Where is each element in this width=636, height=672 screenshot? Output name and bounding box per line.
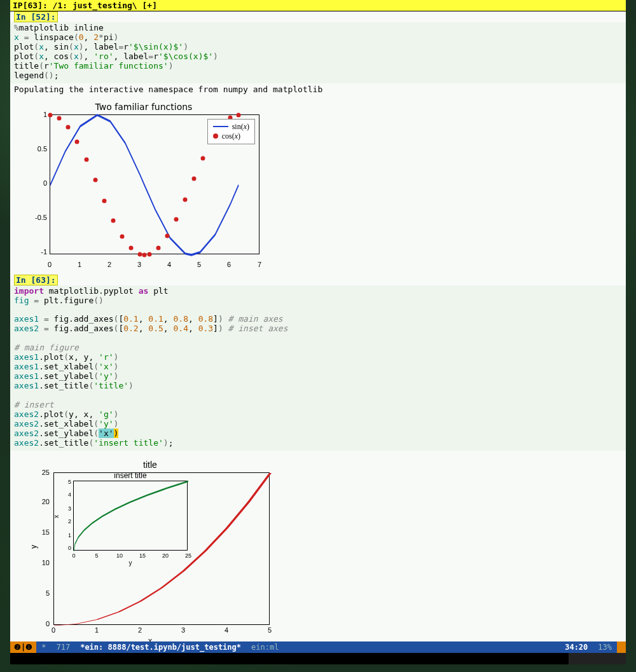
window-titlebar: IP[63]: /1: just_testing\ [+] xyxy=(10,0,626,11)
xtick: 1 xyxy=(95,626,99,634)
cell-prompt: In [63]: xyxy=(14,275,58,285)
svg-point-10 xyxy=(138,252,142,256)
inset-title: insert title xyxy=(74,471,187,480)
modeline-cursor-pos: 34:20 xyxy=(560,643,593,652)
xtick: 7 xyxy=(258,261,261,268)
buffer-content[interactable]: In [52]: %matplotlib inline x = linspace… xyxy=(10,11,626,653)
chart-title-inset: title y 0 5 10 15 20 25 insert title xyxy=(23,460,277,644)
modeline-workspace-badge: ❷|❶ xyxy=(10,641,36,653)
ytick: 0.5 xyxy=(23,145,47,153)
ytick: 1 xyxy=(23,111,47,118)
chart-legend: sin(x) cos(x) xyxy=(207,119,255,144)
xtick: 2 xyxy=(107,261,111,268)
xtick: 0 xyxy=(52,626,55,634)
svg-point-0 xyxy=(48,113,53,117)
echo-area[interactable] xyxy=(10,653,626,664)
svg-point-13 xyxy=(156,245,161,250)
y-axis-label: y xyxy=(29,545,38,549)
inset-xlabel: y xyxy=(74,559,187,566)
xtick: 2 xyxy=(138,626,142,634)
ytick: -0.5 xyxy=(23,214,47,221)
svg-point-15 xyxy=(174,217,179,221)
svg-point-16 xyxy=(183,197,188,202)
ytick: 20 xyxy=(23,498,50,505)
svg-point-14 xyxy=(165,233,170,238)
svg-point-5 xyxy=(93,177,98,182)
svg-point-22 xyxy=(237,113,241,117)
editor-frame: IP[63]: /1: just_testing\ [+] In [52]: %… xyxy=(10,0,626,653)
ytick: 0 xyxy=(23,620,50,627)
chart-two-familiar-functions: Two familiar functions 1 0.5 0 -0.5 -1 xyxy=(23,102,265,267)
ytick: 25 xyxy=(23,469,50,476)
ytick: 0 xyxy=(23,179,47,187)
svg-point-11 xyxy=(142,252,147,257)
cell-prompt: In [52]: xyxy=(14,11,58,22)
cell-output-text: Populating the interactive namespace fro… xyxy=(10,83,626,95)
svg-point-6 xyxy=(102,198,107,203)
inset-plot-box: insert title x 0 1 2 3 4 5 xyxy=(73,481,188,551)
svg-point-8 xyxy=(120,234,125,238)
ytick: 5 xyxy=(23,589,50,597)
xtick: 4 xyxy=(225,626,228,634)
svg-point-4 xyxy=(85,157,89,161)
svg-point-9 xyxy=(129,245,134,250)
svg-point-12 xyxy=(148,252,152,256)
svg-point-2 xyxy=(66,125,71,129)
cell-code-1[interactable]: %matplotlib inline x = linspace(0, 2*pi)… xyxy=(10,22,626,83)
ytick: 10 xyxy=(23,559,50,566)
modeline-buffer-name: *ein: 8888/test.ipynb/just_testing* xyxy=(75,643,246,652)
modeline-line: 717 xyxy=(51,643,75,652)
cell-code-2[interactable]: import matplotlib.pyplot as plt fig = pl… xyxy=(10,285,626,451)
xtick: 5 xyxy=(197,261,201,268)
chart-title: Two familiar functions xyxy=(23,102,265,112)
plot-box: sin(x) cos(x) xyxy=(50,114,259,254)
svg-point-7 xyxy=(111,218,116,223)
xtick: 3 xyxy=(181,626,185,634)
xtick: 1 xyxy=(78,261,81,268)
cell-2: In [63]: import matplotlib.pyplot as plt… xyxy=(10,275,626,648)
inset-ylabel: x xyxy=(53,515,60,518)
inset-green-line xyxy=(74,481,188,551)
svg-point-18 xyxy=(201,156,205,160)
legend-sin: sin(x) xyxy=(232,122,249,132)
xtick: 0 xyxy=(48,261,52,268)
svg-point-3 xyxy=(75,139,80,144)
modeline-modified-star: * xyxy=(36,643,51,652)
chart-title: title xyxy=(23,460,277,470)
svg-point-1 xyxy=(57,116,62,120)
ytick: -1 xyxy=(23,248,47,256)
cell-2-plot-output: title y 0 5 10 15 20 25 insert title xyxy=(10,451,626,648)
xtick: 6 xyxy=(227,261,231,268)
cell-1-plot-output: Two familiar functions 1 0.5 0 -0.5 -1 xyxy=(10,95,626,271)
xtick: 3 xyxy=(137,261,141,268)
modeline: ❷|❶ * 717 *ein: 8888/test.ipynb/just_tes… xyxy=(10,641,626,653)
ytick: 15 xyxy=(23,528,50,536)
xtick: 4 xyxy=(167,261,171,268)
main-plot-box: insert title x 0 1 2 3 4 5 xyxy=(53,472,270,625)
svg-point-17 xyxy=(192,176,197,181)
xtick: 5 xyxy=(268,626,272,634)
legend-cos: cos(x) xyxy=(222,132,240,141)
cell-1: In [52]: %matplotlib inline x = linspace… xyxy=(10,11,626,271)
modeline-percent: 13% xyxy=(593,643,617,652)
modeline-major-mode: ein:ml xyxy=(246,643,284,652)
